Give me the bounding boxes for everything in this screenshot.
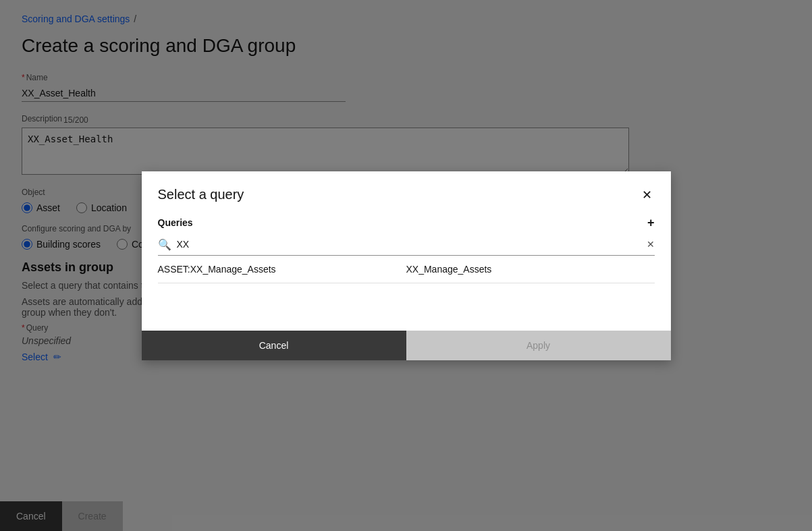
search-bar: 🔍 ✕ [158, 238, 655, 256]
modal-title: Select a query [158, 187, 244, 202]
search-input[interactable] [177, 239, 641, 250]
modal-overlay: Select a query ✕ Queries + 🔍 ✕ ASSET:XX_… [0, 0, 812, 531]
modal-body: Queries + 🔍 ✕ ASSET:XX_Manage_Assets XX_… [142, 216, 671, 320]
close-icon: ✕ [642, 188, 652, 202]
modal-footer: Cancel Apply [142, 331, 671, 360]
modal-header: Select a query ✕ [142, 171, 671, 216]
query-results-list: ASSET:XX_Manage_Assets XX_Manage_Assets [158, 256, 655, 283]
queries-label: Queries [158, 217, 193, 228]
add-icon[interactable]: + [647, 216, 655, 230]
query-result-row[interactable]: ASSET:XX_Manage_Assets XX_Manage_Assets [158, 256, 655, 283]
modal-close-button[interactable]: ✕ [639, 185, 655, 205]
queries-header: Queries + [158, 216, 655, 230]
modal-apply-button: Apply [406, 331, 671, 360]
query-result-left: ASSET:XX_Manage_Assets [158, 264, 406, 275]
modal-cancel-button[interactable]: Cancel [142, 331, 406, 360]
search-icon: 🔍 [158, 238, 171, 251]
query-result-right: XX_Manage_Assets [406, 264, 492, 275]
clear-icon[interactable]: ✕ [647, 239, 655, 250]
modal: Select a query ✕ Queries + 🔍 ✕ ASSET:XX_… [142, 171, 671, 360]
